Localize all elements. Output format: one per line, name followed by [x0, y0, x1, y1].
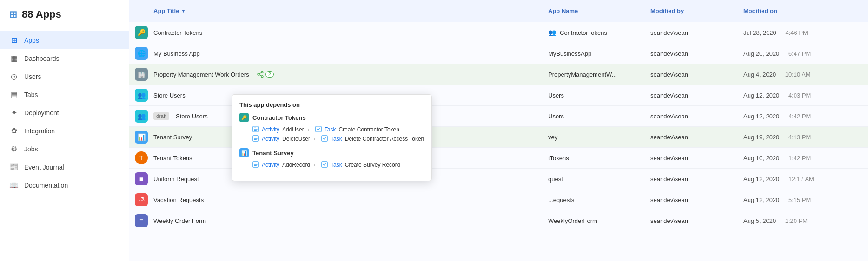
- app-title-text: Store Users: [153, 92, 186, 99]
- modified-by-cell: seandev\sean: [645, 109, 738, 124]
- app-title-cell: My Business App: [148, 46, 543, 61]
- tooltip-app-name: Contractor Tokens: [252, 114, 306, 121]
- task-name: Delete Contractor Access Token: [345, 136, 424, 142]
- modified-date-text: Aug 12, 2020: [743, 92, 779, 99]
- app-name-cell: quest: [543, 172, 645, 186]
- modified-time-text: 4:46 PM: [785, 29, 808, 36]
- sidebar-item-tabs[interactable]: ▤ Tabs: [0, 85, 129, 104]
- modified-date-text: Aug 12, 2020: [743, 176, 779, 183]
- tooltip-dep-row: Activity AddRecord ← Task Create Survey …: [239, 160, 424, 170]
- modified-time-text: 5:15 PM: [788, 196, 811, 203]
- modified-time-text: 10:10 AM: [785, 71, 811, 78]
- app-name-text: Users: [548, 113, 564, 120]
- task-label: Task: [331, 162, 342, 168]
- col-modified-on[interactable]: Modified on: [738, 5, 822, 17]
- modified-by-text: seandev\sean: [650, 92, 688, 99]
- sidebar-title-text: 88 Apps: [22, 8, 61, 20]
- app-icon: ≡: [135, 214, 148, 227]
- row-icon-cell: 🔑: [129, 22, 148, 43]
- activity-label: Activity: [262, 136, 279, 142]
- modified-by-cell: seandev\sean: [645, 172, 738, 186]
- tooltip-section: 🔑 Contractor Tokens Activity AddUser ← T…: [239, 113, 424, 144]
- sidebar-item-deployment[interactable]: ✦ Deployment: [0, 104, 129, 122]
- share-badge[interactable]: 2: [257, 71, 274, 78]
- modified-by-text: seandev\sean: [650, 155, 688, 162]
- col-modified-by[interactable]: Modified by: [645, 5, 738, 17]
- app-name-text: MyBusinessApp: [548, 50, 591, 57]
- modified-time-text: 1:20 PM: [785, 217, 808, 224]
- sidebar-item-label: Documentation: [24, 182, 68, 189]
- app-title-cell: Weekly Order Form: [148, 214, 543, 228]
- tooltip-dep-row: Activity AddUser ← Task Create Contracto…: [239, 125, 424, 134]
- sidebar-item-integration[interactable]: ✿ Integration: [0, 122, 129, 140]
- task-icon: [321, 161, 328, 169]
- app-title-text: Uniform Request: [153, 176, 199, 183]
- app-title-text: Store Users: [176, 113, 208, 120]
- sidebar-item-users[interactable]: ◎ Users: [0, 67, 129, 85]
- app-name-text: tTokens: [548, 155, 569, 162]
- modified-date-cell: Aug 19, 2020 4:13 PM: [738, 130, 822, 144]
- arrow-icon: ←: [307, 126, 312, 133]
- app-title-cell: Property Management Work Orders 2: [148, 67, 543, 82]
- sidebar-item-label: Tabs: [24, 91, 38, 98]
- col-modified-by-label: Modified by: [650, 7, 684, 14]
- app-name-text: ...equests: [548, 196, 574, 203]
- sidebar-item-dashboards[interactable]: ▦ Dashboards: [0, 49, 129, 67]
- app-title-text: My Business App: [153, 50, 200, 57]
- activity-name: AddUser: [282, 126, 304, 133]
- modified-date-text: Aug 4, 2020: [743, 71, 776, 78]
- modified-by-cell: seandev\sean: [645, 67, 738, 82]
- app-title-text: Tenant Tokens: [153, 155, 192, 162]
- modified-date-text: Aug 10, 2020: [743, 155, 779, 162]
- col-app-title[interactable]: App Title ▼: [148, 5, 543, 17]
- col-app-title-label: App Title: [153, 7, 179, 14]
- table-row[interactable]: 🌐 My Business App MyBusinessApp seandev\…: [129, 43, 868, 64]
- sidebar-item-event-journal[interactable]: 📰 Event Journal: [0, 158, 129, 176]
- app-name-icon: 👥: [548, 29, 556, 36]
- modified-time-text: 12:17 AM: [788, 176, 814, 183]
- activity-icon: [252, 135, 259, 143]
- app-title-text: Property Management Work Orders: [153, 71, 249, 78]
- modified-by-cell: seandev\sean: [645, 193, 738, 207]
- app-icon: ■: [135, 172, 148, 185]
- arrow-icon: ←: [313, 162, 318, 168]
- table-row[interactable]: 🏢 Property Management Work Orders 2 Prop…: [129, 64, 868, 85]
- sidebar-item-jobs[interactable]: ⚙ Jobs: [0, 140, 129, 158]
- modified-by-cell: seandev\sean: [645, 130, 738, 144]
- app-name-text: PropertyManagementW...: [548, 71, 616, 78]
- activity-label: Activity: [262, 126, 279, 133]
- table-row[interactable]: ≡ Weekly Order Form WeeklyOrderForm sean…: [129, 210, 868, 231]
- modified-by-text: seandev\sean: [650, 113, 688, 120]
- sidebar-item-apps[interactable]: ⊞ Apps: [0, 31, 129, 49]
- app-name-cell: Users: [543, 88, 645, 103]
- sidebar-item-documentation[interactable]: 📖 Documentation: [0, 176, 129, 194]
- arrow-icon: ←: [313, 136, 318, 142]
- modified-time-text: 1:42 PM: [788, 155, 811, 162]
- modified-date-cell: Aug 4, 2020 10:10 AM: [738, 67, 822, 82]
- app-icon: 🌐: [135, 47, 148, 60]
- modified-time-text: 6:47 PM: [788, 50, 811, 57]
- app-icon: 📊: [135, 130, 148, 144]
- extra-cell: [822, 175, 868, 183]
- modified-date-text: Jul 28, 2020: [743, 29, 776, 36]
- tooltip-title: This app depends on: [239, 101, 424, 108]
- tooltip-app-name: Tenant Survey: [252, 150, 294, 157]
- sidebar-item-label: Users: [24, 73, 41, 80]
- extra-cell: [822, 133, 868, 141]
- modified-date-cell: Aug 20, 2020 6:47 PM: [738, 46, 822, 61]
- row-icon-cell: 🏢: [129, 64, 148, 85]
- dashboards-icon: ▦: [9, 54, 19, 63]
- extra-cell: [822, 91, 868, 99]
- app-name-text: quest: [548, 176, 563, 183]
- modified-date-cell: Aug 12, 2020 12:17 AM: [738, 172, 822, 186]
- table-row[interactable]: 🏖 Vacation Requests ...equests seandev\s…: [129, 189, 868, 210]
- modified-by-cell: seandev\sean: [645, 151, 738, 165]
- col-app-name[interactable]: App Name: [543, 5, 645, 17]
- svg-point-0: [261, 71, 263, 73]
- table-row[interactable]: 🔑 Contractor Tokens 👥 ContractorTokens s…: [129, 22, 868, 43]
- modified-time-text: 4:13 PM: [788, 134, 811, 141]
- activity-icon: [252, 161, 259, 169]
- extra-cell: [822, 217, 868, 224]
- svg-line-4: [259, 72, 261, 74]
- deployment-icon: ✦: [9, 108, 19, 117]
